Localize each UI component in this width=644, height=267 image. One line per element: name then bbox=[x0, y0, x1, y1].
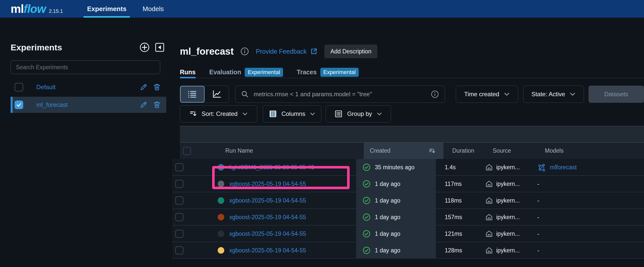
run-color-dot bbox=[218, 197, 224, 204]
runs-search-query[interactable]: metrics.rmse < 1 and params.model = "tre… bbox=[254, 91, 430, 98]
run-table-row[interactable]: xgboost-2025-05-19 04-54-55 1 day ago 11… bbox=[172, 192, 644, 209]
run-name-link[interactable]: xgboost-2025-05-19 04-54-55 bbox=[229, 181, 306, 187]
run-created: 1 day ago bbox=[375, 230, 400, 237]
chart-view-button[interactable] bbox=[205, 86, 229, 103]
run-finished-status-icon bbox=[362, 163, 371, 172]
group-by-dropdown[interactable]: Group by bbox=[326, 105, 391, 122]
nav-tab-experiments-label: Experiments bbox=[87, 5, 126, 13]
run-finished-status-icon bbox=[362, 180, 371, 188]
columns-dropdown[interactable]: Columns bbox=[263, 105, 321, 122]
run-select-checkbox[interactable] bbox=[175, 246, 183, 254]
delete-experiment-button[interactable] bbox=[153, 83, 161, 91]
sort-descending-icon bbox=[189, 110, 197, 118]
list-view-button[interactable] bbox=[180, 86, 205, 103]
run-select-checkbox[interactable] bbox=[175, 213, 183, 221]
add-description-button[interactable]: Add Description bbox=[324, 45, 377, 58]
run-select-checkbox[interactable] bbox=[175, 180, 183, 188]
tab-traces[interactable]: Traces Experimental bbox=[297, 66, 359, 78]
datasets-button[interactable]: Datasets bbox=[589, 86, 644, 103]
run-created: 1 day ago bbox=[375, 247, 400, 254]
tab-traces-label: Traces bbox=[297, 69, 317, 76]
run-select-checkbox[interactable] bbox=[175, 196, 183, 205]
view-mode-toggle bbox=[180, 86, 229, 103]
run-source[interactable]: ipykern... bbox=[496, 164, 520, 171]
sorted-descending-icon[interactable] bbox=[428, 147, 436, 155]
experiment-info-button[interactable] bbox=[240, 47, 249, 56]
run-table-row[interactable]: lightGBM6_2025-05-20 05-05-46 35 minutes… bbox=[172, 159, 644, 176]
run-name-link[interactable]: xgboost-2025-05-19 04-54-55 bbox=[229, 247, 306, 254]
run-color-dot bbox=[218, 164, 224, 171]
run-name-link[interactable]: xgboost-2025-05-19 04-54-55 bbox=[229, 197, 306, 204]
experiment-name-link[interactable]: ml_forecast bbox=[36, 101, 139, 108]
run-source[interactable]: ipykern... bbox=[496, 247, 520, 254]
run-name-link[interactable]: xgboost-2025-05-19 04-54-55 bbox=[229, 214, 306, 221]
run-source[interactable]: ipykern... bbox=[496, 197, 520, 204]
run-created: 1 day ago bbox=[375, 181, 400, 187]
run-select-checkbox[interactable] bbox=[175, 230, 183, 238]
run-select-checkbox[interactable] bbox=[175, 163, 183, 171]
run-duration: 118ms bbox=[436, 197, 482, 204]
rename-experiment-button[interactable] bbox=[139, 101, 148, 109]
column-header-models[interactable]: Models bbox=[540, 147, 644, 154]
run-source[interactable]: ipykern... bbox=[496, 214, 520, 221]
notebook-source-icon bbox=[485, 196, 493, 205]
column-header-created[interactable]: Created bbox=[364, 143, 443, 159]
run-table-row[interactable]: xgboost-2025-05-19 04-54-55 1 day ago 12… bbox=[172, 225, 644, 242]
column-header-duration[interactable]: Duration bbox=[443, 147, 489, 154]
tab-evaluation[interactable]: Evaluation Experimental bbox=[209, 66, 283, 78]
external-link-icon[interactable] bbox=[310, 47, 318, 55]
run-duration: 1.4s bbox=[436, 164, 482, 171]
experiment-view-tabs: Runs Evaluation Experimental Traces Expe… bbox=[180, 66, 644, 78]
tab-runs[interactable]: Runs bbox=[180, 66, 196, 78]
sort-dropdown[interactable]: Sort: Created bbox=[180, 105, 257, 122]
experimental-badge: Experimental bbox=[245, 68, 283, 77]
collapse-panel-icon bbox=[154, 42, 165, 53]
experiment-name-link[interactable]: Default bbox=[36, 84, 139, 91]
run-source[interactable]: ipykern... bbox=[496, 230, 520, 237]
search-info-icon[interactable] bbox=[431, 90, 439, 98]
run-table-row[interactable]: xgboost-2025-05-19 04-54-55 1 day ago 12… bbox=[172, 242, 644, 259]
nav-tab-models[interactable]: Models bbox=[134, 0, 172, 18]
delete-experiment-button[interactable] bbox=[153, 101, 161, 109]
models-dash: - bbox=[537, 214, 539, 221]
models-dash: - bbox=[537, 181, 539, 187]
sidebar-item-default[interactable]: Default bbox=[11, 79, 166, 95]
search-experiments-input[interactable] bbox=[11, 60, 160, 74]
rename-experiment-button[interactable] bbox=[139, 83, 148, 91]
column-header-run-name[interactable]: Run Name bbox=[212, 147, 364, 154]
runs-search-box[interactable]: metrics.rmse < 1 and params.model = "tre… bbox=[235, 86, 445, 103]
chevron-down-icon bbox=[377, 112, 382, 116]
columns-label: Columns bbox=[282, 110, 305, 117]
run-color-dot bbox=[218, 230, 224, 237]
nav-tab-experiments[interactable]: Experiments bbox=[79, 0, 134, 18]
new-experiment-button[interactable] bbox=[139, 42, 150, 53]
experimental-badge: Experimental bbox=[320, 68, 359, 77]
run-finished-status-icon bbox=[362, 196, 371, 205]
columns-icon bbox=[269, 110, 277, 118]
column-header-source[interactable]: Source bbox=[489, 147, 540, 154]
run-finished-status-icon bbox=[362, 229, 371, 238]
run-color-dot bbox=[218, 214, 224, 220]
notebook-source-icon bbox=[485, 213, 493, 221]
time-created-dropdown[interactable]: Time created bbox=[456, 86, 518, 103]
sort-label: Sort: Created bbox=[202, 110, 238, 117]
run-name-link[interactable]: xgboost-2025-05-19 04-54-55 bbox=[229, 230, 306, 237]
run-name-link[interactable]: lightGBM6_2025-05-20 05-05-46 bbox=[229, 164, 314, 171]
run-table-row[interactable]: xgboost-2025-05-19 04-54-55 1 day ago 11… bbox=[172, 176, 644, 192]
run-model-link[interactable]: mlforecast bbox=[550, 164, 577, 171]
experiment-checkbox[interactable] bbox=[15, 83, 23, 91]
list-view-icon bbox=[187, 90, 197, 98]
run-source[interactable]: ipykern... bbox=[496, 181, 520, 187]
collapse-sidebar-button[interactable] bbox=[154, 42, 165, 53]
run-table-row[interactable]: xgboost-2025-05-19 04-54-55 1 day ago 15… bbox=[172, 209, 644, 225]
runs-table-header: Run Name Created Duration Source Models bbox=[180, 143, 644, 159]
run-created: 1 day ago bbox=[375, 214, 400, 221]
select-all-checkbox[interactable] bbox=[183, 147, 191, 155]
sidebar-item-ml-forecast[interactable]: ml_forecast bbox=[11, 97, 166, 113]
mlflow-logo[interactable]: mlflow 2.15.1 bbox=[11, 2, 63, 16]
provide-feedback-link[interactable]: Provide Feedback bbox=[256, 48, 307, 55]
experiment-checkbox[interactable] bbox=[15, 101, 23, 109]
nav-tab-models-label: Models bbox=[143, 5, 164, 13]
state-filter-dropdown[interactable]: State: Active bbox=[523, 86, 584, 103]
mlflow-app: mlflow 2.15.1 Experiments Models Experim… bbox=[0, 0, 644, 267]
